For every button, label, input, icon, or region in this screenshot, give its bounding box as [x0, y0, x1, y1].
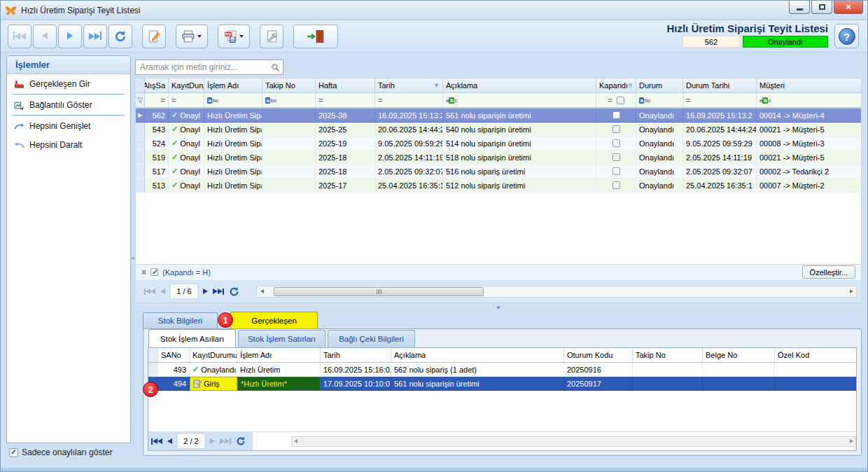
pager-refresh-icon[interactable]: [236, 436, 246, 446]
column-header-takip-no[interactable]: Takip No: [262, 78, 316, 92]
nav-prev-button[interactable]: [33, 25, 57, 48]
pager-prev-icon[interactable]: [160, 289, 165, 294]
table-row[interactable]: 524 ✓Onayl Hızlı Üretim Sipar 2025-19 9.…: [136, 137, 861, 151]
sidebar-item-gerceklesen-gir[interactable]: Gerçekleşen Gir: [7, 74, 130, 93]
column-header-kayitduru[interactable]: KayıtDuru: [169, 78, 204, 92]
tab-stok-islem-satirlari[interactable]: Stok İşlem Satırları: [238, 330, 326, 347]
tab-gerceklesen[interactable]: Gerçekleşen: [230, 312, 318, 328]
kapandi-checkbox[interactable]: [612, 125, 620, 133]
print-button[interactable]: [176, 25, 208, 48]
clear-filter-icon[interactable]: ×: [141, 268, 146, 277]
table-row[interactable]: 494 Giriş *Hızlı Üretim* 17.09.2025 10:1…: [148, 377, 856, 391]
nav-first-button[interactable]: [8, 25, 31, 48]
tab-stok-islem-asillari[interactable]: Stok İşlem Asılları: [148, 329, 236, 347]
refresh-button[interactable]: [108, 25, 132, 48]
pager-next-icon[interactable]: [210, 438, 215, 444]
column-header-musteri[interactable]: Müşteri: [757, 78, 861, 92]
cell-tarih: 20.06.2025 14:44:2: [375, 123, 443, 137]
scroll-left-icon[interactable]: [294, 439, 298, 443]
column-header-belge-no[interactable]: Belge No: [703, 348, 775, 362]
filter-cell-islem[interactable]: abc: [204, 93, 262, 107]
filter-cell-kapandi[interactable]: =: [596, 93, 636, 107]
show-approved-only-checkbox[interactable]: [9, 448, 18, 457]
nav-next-button[interactable]: [58, 25, 82, 48]
approved-check-icon: ✓: [172, 111, 178, 120]
filter-cell-takip[interactable]: abc: [262, 93, 316, 107]
pager-first-icon[interactable]: [151, 438, 162, 445]
pager-prev-icon[interactable]: [167, 438, 172, 444]
sidebar-item-baglantili-goster[interactable]: Bağlantılı Göster: [7, 95, 130, 114]
column-header-durum[interactable]: Durum: [636, 78, 683, 92]
export-dropdown-icon[interactable]: [239, 35, 244, 38]
kapandi-checkbox[interactable]: [612, 139, 620, 147]
column-header-kapandi[interactable]: Kapandı: [596, 78, 636, 92]
tab-bagli-ceki-bilgileri[interactable]: Bağlı Çeki Bilgileri: [328, 330, 415, 347]
pager-first-icon[interactable]: [144, 289, 155, 295]
export-pdf-button[interactable]: PDF: [218, 25, 250, 48]
pager-next-icon[interactable]: [203, 289, 208, 294]
column-header-ozel-kod[interactable]: Özel Kod: [775, 348, 856, 362]
nav-last-button[interactable]: [83, 25, 107, 48]
column-header-islem-adi[interactable]: İşlem Adı: [204, 78, 262, 92]
column-header-oturum-kodu[interactable]: Oturum Kodu: [564, 348, 633, 362]
column-header-tarih[interactable]: Tarih▼: [375, 78, 443, 92]
table-row[interactable]: 513 ✓Onayl Hızlı Üretim Sipar 2025-17 25…: [136, 179, 861, 193]
kapandi-checkbox[interactable]: [612, 111, 620, 119]
sidebar-item-hepsini-daralt[interactable]: Hepsini Daralt: [7, 135, 130, 154]
cell-belge-no: [703, 363, 775, 377]
column-header-aciklama[interactable]: Açıklama: [443, 78, 596, 92]
filter-cell-durum-tarihi[interactable]: =: [683, 93, 757, 107]
kapandi-checkbox[interactable]: [612, 153, 620, 161]
customize-button[interactable]: Özelleştir...: [802, 265, 855, 279]
horizontal-scrollbar[interactable]: [256, 286, 857, 298]
column-header-kayitdurumu[interactable]: KayıtDurumu: [190, 348, 237, 362]
maximize-button[interactable]: [811, 1, 832, 14]
scroll-right-icon[interactable]: [846, 289, 856, 293]
filter-cell-musteri[interactable]: abc: [757, 93, 861, 107]
kapandi-filter-checkbox[interactable]: [617, 97, 624, 104]
panel-splitter[interactable]: ▾: [135, 303, 862, 312]
filter-cell-tarih[interactable]: =: [375, 93, 443, 107]
kapandi-checkbox[interactable]: [612, 181, 620, 189]
scroll-left-icon[interactable]: [257, 289, 267, 293]
tab-stok-bilgileri[interactable]: Stok Bilgileri: [143, 312, 218, 328]
column-header-takip-no[interactable]: Takip No: [633, 348, 703, 362]
scrollbar-thumb[interactable]: [274, 287, 484, 296]
column-header-hafta[interactable]: Hafta: [316, 78, 375, 92]
column-header-sano[interactable]: SANo: [158, 348, 190, 362]
close-button[interactable]: ×: [834, 1, 863, 14]
edit-button[interactable]: [142, 25, 166, 48]
search-input[interactable]: [135, 60, 284, 75]
minimize-button[interactable]: [789, 1, 810, 14]
filter-cell-durum[interactable]: abc: [636, 93, 683, 107]
pager-last-icon[interactable]: [220, 438, 231, 445]
table-row[interactable]: 493 ✓Onaylandı Hızlı Üretim 16.09.2025 1…: [148, 363, 856, 377]
filter-cell-kayitduru[interactable]: =: [169, 93, 204, 107]
column-header-durum-tarihi[interactable]: Durum Tarihi: [683, 78, 757, 92]
pager-last-icon[interactable]: [213, 289, 224, 295]
horizontal-scrollbar[interactable]: [291, 436, 856, 447]
filter-cell-hafta[interactable]: =: [316, 93, 375, 107]
scroll-right-icon[interactable]: [850, 439, 853, 443]
sidebar-splitter-icon[interactable]: ◂: [131, 254, 134, 261]
filter-cell-aciklama[interactable]: abc: [443, 93, 596, 107]
cell-hafta: 2025-18: [316, 165, 375, 179]
exit-button[interactable]: [293, 25, 338, 48]
filter-cell-alissa[interactable]: =: [145, 93, 169, 107]
print-dropdown-icon[interactable]: [197, 35, 202, 38]
help-button[interactable]: [834, 24, 859, 48]
contains-filter-icon: abc: [760, 97, 771, 104]
table-row[interactable]: 543 ✓Onayl Hızlı Üretim Sipar 2025-25 20…: [136, 123, 861, 137]
table-row[interactable]: 519 ✓Onayl Hızlı Üretim Sipar 2025-18 2.…: [136, 151, 861, 165]
column-header-tarih[interactable]: Tarih: [321, 348, 391, 362]
filter-enabled-checkbox[interactable]: [150, 268, 158, 276]
kapandi-checkbox[interactable]: [612, 167, 620, 175]
table-row[interactable]: ▶ 562 ✓Onayl Hızlı Üretim Sipar 2025-38 …: [136, 109, 861, 123]
column-header-islem-adi[interactable]: İşlem Adı: [237, 348, 321, 362]
design-button[interactable]: [260, 25, 284, 48]
sidebar-item-hepsini-genislet[interactable]: Hepsini Genişlet: [7, 116, 130, 135]
table-row[interactable]: 517 ✓Onayl Hızlı Üretim Sipar 2025-18 2.…: [136, 165, 861, 179]
pager-refresh-icon[interactable]: [229, 286, 239, 297]
column-header-alissa[interactable]: AlışSa: [145, 78, 169, 92]
column-header-aciklama[interactable]: Açıklama: [391, 348, 564, 362]
